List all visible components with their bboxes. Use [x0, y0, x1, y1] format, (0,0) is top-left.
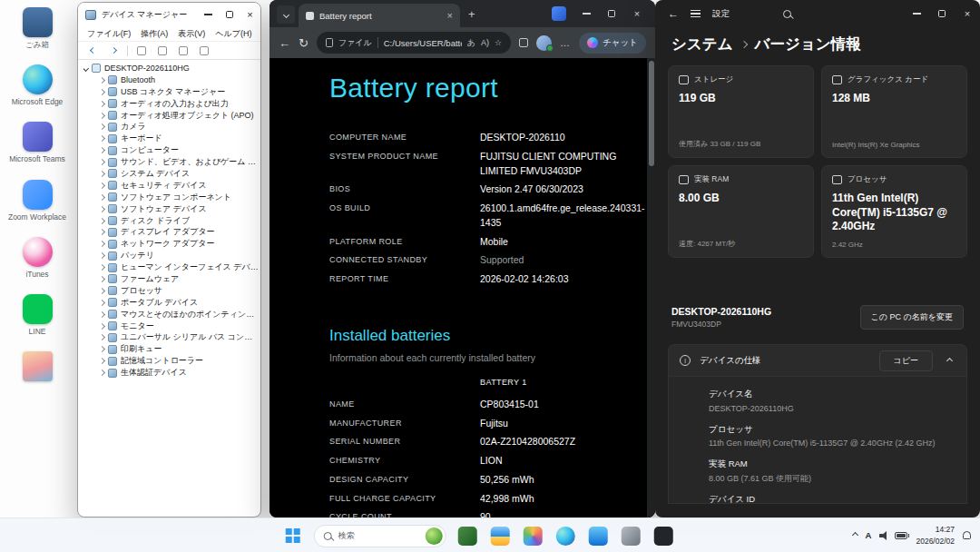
expand-icon[interactable]: [99, 276, 105, 282]
tab-close-icon[interactable]: ×: [447, 10, 453, 21]
close-button[interactable]: ×: [955, 0, 980, 27]
expand-icon[interactable]: [99, 370, 105, 376]
tree-item[interactable]: ユニバーサル シリアル バス コントローラー: [83, 331, 259, 343]
expand-icon[interactable]: [99, 288, 105, 294]
minimize-button[interactable]: [573, 0, 599, 27]
favorites-star-icon[interactable]: ☆: [495, 38, 502, 47]
itunes-icon[interactable]: iTunes: [4, 237, 71, 279]
tree-item[interactable]: ポータブル デバイス: [83, 297, 259, 309]
expand-icon[interactable]: [99, 217, 105, 223]
expand-icon[interactable]: [99, 322, 105, 329]
recycle-bin-icon[interactable]: ごみ箱: [4, 7, 71, 49]
tree-item[interactable]: カメラ: [83, 121, 259, 133]
expand-icon[interactable]: [99, 159, 105, 165]
expand-icon[interactable]: [99, 135, 105, 142]
microsoft-teams-icon[interactable]: Microsoft Teams: [4, 122, 71, 163]
close-button[interactable]: ×: [624, 0, 650, 27]
tree-item[interactable]: 記憶域コントローラー: [83, 355, 259, 367]
clock[interactable]: 14:27 2026/02/02: [916, 524, 955, 547]
tree-item[interactable]: 印刷キュー: [83, 343, 259, 355]
breadcrumb-system[interactable]: システム: [671, 34, 733, 54]
tree-item[interactable]: セキュリティ デバイス: [83, 180, 259, 192]
navigate-back-icon[interactable]: [85, 44, 100, 58]
expand-icon[interactable]: [99, 300, 105, 306]
microsoft-edge-icon[interactable]: [550, 521, 581, 550]
tray-expand-icon[interactable]: [852, 532, 858, 538]
tree-item[interactable]: Bluetooth: [83, 74, 259, 86]
expand-icon[interactable]: [99, 358, 105, 364]
address-bar[interactable]: ファイル C:/Users/USER/batter... あ A) ☆: [317, 32, 511, 54]
extensions-icon[interactable]: [519, 38, 528, 47]
tree-item[interactable]: マウスとそのほかのポインティング デバイス: [83, 309, 259, 320]
settings-menu-icon[interactable]: …: [560, 37, 571, 48]
zoom-workplace-icon[interactable]: Zoom Workplace: [4, 180, 71, 222]
expand-icon[interactable]: [99, 194, 105, 201]
scrollbar-thumb[interactable]: [649, 61, 654, 166]
tree-item[interactable]: バッテリ: [83, 250, 259, 261]
tree-item[interactable]: ファームウェア: [83, 273, 259, 285]
expand-icon[interactable]: [99, 101, 105, 107]
start-button[interactable]: [278, 521, 309, 550]
maximize-button[interactable]: [929, 0, 955, 27]
expand-icon[interactable]: [99, 206, 105, 212]
search-icon[interactable]: [783, 10, 791, 18]
cpu-monitor-icon[interactable]: [452, 521, 483, 550]
expand-icon[interactable]: [99, 147, 105, 153]
tree-item[interactable]: プロセッサ: [83, 285, 259, 297]
terminal-icon[interactable]: [648, 521, 679, 550]
menu-item[interactable]: ヘルプ(H): [215, 28, 251, 40]
expand-icon[interactable]: [99, 171, 105, 177]
copilot-chat-button[interactable]: チャット: [579, 33, 646, 54]
menu-item[interactable]: ファイル(F): [87, 28, 131, 40]
expand-icon[interactable]: [99, 311, 105, 318]
read-aloud-icon[interactable]: A): [481, 38, 489, 47]
navigation-menu-icon[interactable]: [691, 10, 701, 17]
expand-icon[interactable]: [99, 264, 105, 271]
expand-icon[interactable]: [99, 241, 105, 247]
quick-settings[interactable]: [879, 531, 907, 540]
maximize-button[interactable]: [599, 0, 624, 27]
refresh-icon[interactable]: ↻: [299, 36, 309, 50]
tree-item[interactable]: オーディオ処理オブジェクト (APO): [83, 110, 259, 122]
expand-icon[interactable]: [99, 346, 105, 352]
list-view-icon[interactable]: [134, 44, 149, 58]
taskbar-search[interactable]: 検索: [314, 525, 446, 547]
rename-pc-button[interactable]: この PC の名前を変更: [860, 305, 964, 330]
properties-icon[interactable]: [155, 44, 170, 58]
minimize-button[interactable]: [198, 3, 219, 26]
file-explorer-icon[interactable]: [485, 521, 515, 550]
tree-item[interactable]: キーボード: [83, 133, 259, 144]
menu-item[interactable]: 操作(A): [141, 28, 168, 40]
scrollbar[interactable]: [647, 58, 655, 518]
navigate-forward-icon[interactable]: [106, 44, 121, 58]
notification-bell-icon[interactable]: [963, 531, 971, 539]
tree-item[interactable]: ディスク ドライブ: [83, 215, 259, 227]
tree-item[interactable]: USB コネクタ マネージャー: [83, 86, 259, 98]
close-button[interactable]: ×: [240, 3, 260, 26]
tree-item[interactable]: モニター: [83, 320, 259, 332]
translate-icon[interactable]: あ: [467, 37, 475, 49]
tab-actions-icon[interactable]: [277, 5, 295, 24]
profile-avatar[interactable]: [536, 35, 552, 51]
photos-icon[interactable]: [517, 521, 548, 550]
back-icon[interactable]: ←: [279, 36, 290, 50]
device-spec-header[interactable]: i デバイスの仕様 コピー: [668, 344, 967, 377]
expand-icon[interactable]: [99, 334, 105, 340]
maximize-button[interactable]: [219, 3, 240, 26]
line-icon[interactable]: LINE: [4, 294, 71, 336]
tree-item[interactable]: ヒューマン インターフェイス デバイス: [83, 261, 259, 273]
photo-shortcut-icon[interactable]: [4, 351, 71, 393]
tree-root-computer[interactable]: DESKTOP-2026110HG: [83, 63, 259, 74]
minimize-button[interactable]: [904, 0, 929, 27]
tree-item[interactable]: オーディオの入力および出力: [83, 98, 259, 110]
split-screen-icon[interactable]: [552, 6, 566, 21]
expand-icon[interactable]: [99, 123, 105, 130]
tree-item[interactable]: ソフトウェア デバイス: [83, 203, 259, 215]
tree-item[interactable]: 生体認証デバイス: [83, 367, 259, 379]
tree-item[interactable]: コンピューター: [83, 144, 259, 156]
microsoft-edge-icon[interactable]: Microsoft Edge: [4, 64, 71, 106]
scan-hardware-icon[interactable]: [176, 44, 191, 58]
expand-icon[interactable]: [99, 229, 105, 235]
tree-item[interactable]: ソフトウェア コンポーネント: [83, 192, 259, 203]
collapse-chevron-icon[interactable]: [946, 357, 953, 363]
